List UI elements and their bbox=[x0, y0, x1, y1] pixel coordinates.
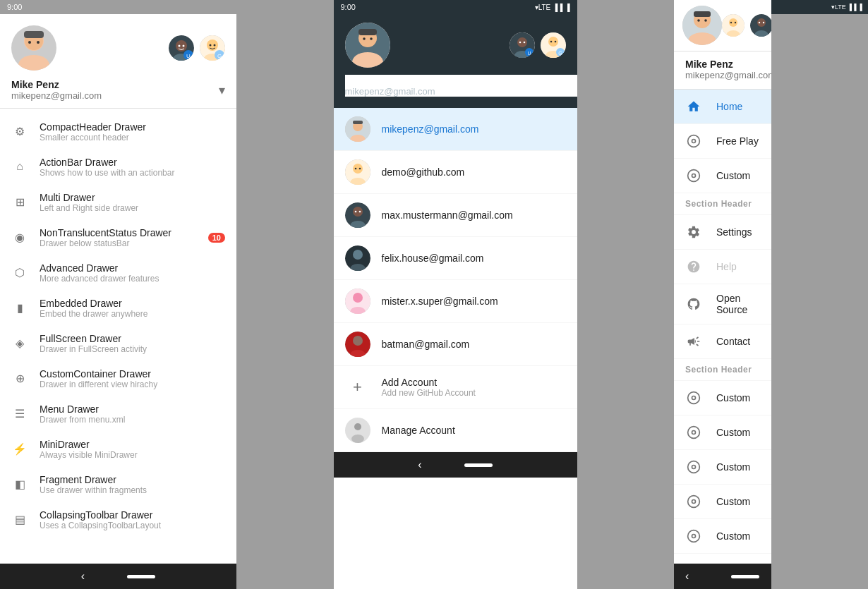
nav-sub-fragment: Use drawer within fragments bbox=[40, 485, 147, 495]
panel2: 9:00 ▾LTE ▐▐ ▐ bbox=[334, 0, 577, 589]
nav-sub-menu: Drawer from menu.xml bbox=[40, 415, 125, 425]
right-nav-item-custom2[interactable]: Custom bbox=[674, 381, 771, 415]
svg-point-80 bbox=[759, 22, 760, 23]
nav-icon-nontranslucent: ◉ bbox=[11, 229, 28, 245]
right-nav-label-freeplay: Free Play bbox=[716, 135, 759, 147]
nav-text-menu: Menu Drawer Drawer from menu.xml bbox=[40, 403, 125, 425]
nav-item-multi[interactable]: ⊞ Multi Drawer Left and Right side drawe… bbox=[0, 185, 236, 220]
right-nav-item-custom1[interactable]: Custom bbox=[674, 159, 771, 193]
right-gray-strip: ▾LTE ▐▐ ▐ bbox=[771, 0, 869, 589]
nav-title-multi: Multi Drawer bbox=[40, 192, 138, 203]
panel1-user-info[interactable]: Mike Penz mikepenz@gmail.com ▾ bbox=[11, 79, 225, 101]
panel3-user-name: Mike Penz bbox=[685, 59, 771, 70]
nav-item-fragment[interactable]: ◧ Fragment Drawer Use drawer within frag… bbox=[0, 467, 236, 502]
panel3-nav-list: Home Free Play Custom Section Header Set… bbox=[674, 90, 771, 564]
right-nav-icon-custom2 bbox=[685, 389, 702, 406]
right-nav-item-contact[interactable]: Contact bbox=[674, 324, 771, 359]
manage-account-item[interactable]: Manage Account bbox=[334, 409, 577, 452]
svg-point-10 bbox=[183, 45, 185, 47]
manage-account-label: Manage Account bbox=[382, 425, 455, 436]
right-nav-label-custom2: Custom bbox=[716, 392, 750, 403]
battery-icon: ▐ bbox=[565, 4, 569, 11]
right-nav-item-home[interactable]: Home bbox=[674, 90, 771, 124]
nav-title-nontranslucent: NonTranslucentStatus Drawer bbox=[40, 227, 171, 238]
nav-icon-compact-header: ⚙ bbox=[11, 123, 28, 140]
right-nav-item-custom3[interactable]: Custom bbox=[674, 415, 771, 450]
panel1-back-arrow[interactable]: ‹ bbox=[81, 570, 85, 583]
right-gray-status: ▾LTE ▐▐ ▐ bbox=[771, 0, 869, 14]
right-nav-icon-custom4 bbox=[685, 459, 702, 475]
svg-point-5 bbox=[37, 41, 40, 44]
right-nav-item-custom4[interactable]: Custom bbox=[674, 450, 771, 485]
add-account-icon: + bbox=[345, 375, 370, 400]
nav-title-fullscreen: FullScreen Drawer bbox=[40, 333, 147, 344]
right-nav-icon-opensource bbox=[685, 296, 702, 312]
panel1-avatar-dark: U bbox=[169, 35, 194, 61]
right-nav-label-home: Home bbox=[716, 101, 742, 112]
svg-point-52 bbox=[354, 211, 356, 213]
account-item-acc5[interactable]: mister.x.super@gmail.com bbox=[334, 280, 577, 323]
account-avatar-acc3 bbox=[345, 202, 370, 228]
strip1 bbox=[236, 0, 334, 589]
panel1-home-pill[interactable] bbox=[127, 575, 155, 578]
panel2-avatar-row: U G bbox=[345, 23, 566, 68]
account-item-acc6[interactable]: batman@gmail.com bbox=[334, 323, 577, 366]
svg-point-71 bbox=[704, 19, 707, 22]
svg-point-81 bbox=[763, 22, 764, 23]
right-nav-item-custom6[interactable]: Custom bbox=[674, 519, 771, 554]
right-nav-item-settings[interactable]: Settings bbox=[674, 215, 771, 250]
svg-point-34 bbox=[548, 37, 558, 47]
panel2-back-arrow[interactable]: ‹ bbox=[418, 459, 421, 471]
right-nav-item-opensource[interactable]: Open Source bbox=[674, 284, 771, 324]
svg-point-47 bbox=[354, 168, 356, 170]
nav-item-fullscreen[interactable]: ◈ FullScreen Drawer Drawer in FullScreen… bbox=[0, 326, 236, 361]
nav-text-nontranslucent: NonTranslucentStatus Drawer Drawer below… bbox=[40, 227, 171, 248]
nav-item-actionbar[interactable]: ⌂ ActionBar Drawer Shows how to use with… bbox=[0, 150, 236, 185]
svg-point-93 bbox=[692, 431, 694, 433]
account-item-acc3[interactable]: max.mustermann@gmail.com bbox=[334, 194, 577, 237]
nav-item-menu[interactable]: ☰ Menu Drawer Drawer from menu.xml bbox=[0, 396, 236, 432]
panel1-header: U G bbox=[0, 14, 236, 109]
right-nav-item-help[interactable]: Help bbox=[674, 250, 771, 284]
nav-text-fragment: Fragment Drawer Use drawer within fragme… bbox=[40, 474, 147, 495]
panel3-home-pill[interactable] bbox=[731, 575, 759, 578]
add-account-item[interactable]: + Add Account Add new GitHub Account bbox=[334, 366, 577, 409]
account-item-acc1[interactable]: mikepenz@gmail.com bbox=[334, 108, 577, 151]
nav-item-mini[interactable]: ⚡ MiniDrawer Always visible MiniDrawer bbox=[0, 432, 236, 467]
panel3-avatar-dark bbox=[750, 14, 771, 37]
panel2-time: 9:00 bbox=[341, 3, 356, 11]
nav-item-customcontainer[interactable]: ⊕ CustomContainer Drawer Drawer in diffe… bbox=[0, 361, 236, 396]
panel1-dropdown-arrow[interactable]: ▾ bbox=[219, 83, 225, 98]
nav-icon-collapsing: ▤ bbox=[11, 511, 28, 528]
svg-point-37 bbox=[554, 41, 556, 43]
right-nav-icon-custom1 bbox=[685, 167, 702, 184]
nav-item-collapsing[interactable]: ▤ CollapsingToolbar Drawer Uses a Collap… bbox=[0, 502, 236, 538]
panel1-bottom-bar: ‹ bbox=[0, 564, 236, 589]
account-item-acc4[interactable]: felix.house@gmail.com bbox=[334, 237, 577, 280]
panel2-user-info[interactable]: Mike Penz mikepenz@gmail.com ▴ bbox=[345, 75, 577, 97]
panel3-top-row: ▾LTE ▐▐ ▐ bbox=[674, 0, 771, 51]
svg-point-64 bbox=[354, 423, 361, 430]
panel2-header: U G bbox=[334, 14, 577, 108]
panel2-avatar-dark: U bbox=[510, 32, 535, 58]
nav-item-advanced[interactable]: ⬡ Advanced Drawer More advanced drawer f… bbox=[0, 255, 236, 291]
nav-item-compact-header[interactable]: ⚙ CompactHeader Drawer Smaller account h… bbox=[0, 114, 236, 150]
svg-point-55 bbox=[353, 250, 363, 260]
nav-item-nontranslucent[interactable]: ◉ NonTranslucentStatus Drawer Drawer bel… bbox=[0, 220, 236, 255]
nav-sub-actionbar: Shows how to use with an actionbar bbox=[40, 168, 174, 178]
account-email-acc3: max.mustermann@gmail.com bbox=[382, 210, 513, 221]
panel2-home-pill[interactable] bbox=[464, 463, 493, 467]
panel3-user-info[interactable]: Mike Penz mikepenz@gmail.com ▾ bbox=[685, 59, 760, 80]
account-email-acc6: batman@gmail.com bbox=[382, 339, 470, 350]
account-item-acc2[interactable]: demo@github.com bbox=[334, 151, 577, 194]
nav-sub-collapsing: Uses a CollapsingToolbarLayout bbox=[40, 521, 161, 530]
account-email-acc2: demo@github.com bbox=[382, 166, 465, 178]
right-nav-item-custom5[interactable]: Custom bbox=[674, 485, 771, 519]
panel3-bottom-bar: ‹ bbox=[674, 564, 771, 589]
svg-point-87 bbox=[692, 174, 694, 176]
nav-item-embedded[interactable]: ▮ Embedded Drawer Embed the drawer anywh… bbox=[0, 291, 236, 326]
panel2-user-name: Mike Penz bbox=[345, 75, 435, 86]
panel3-back-arrow[interactable]: ‹ bbox=[685, 570, 689, 583]
right-nav-item-freeplay[interactable]: Free Play bbox=[674, 124, 771, 159]
right-nav-icon-freeplay bbox=[685, 133, 702, 150]
